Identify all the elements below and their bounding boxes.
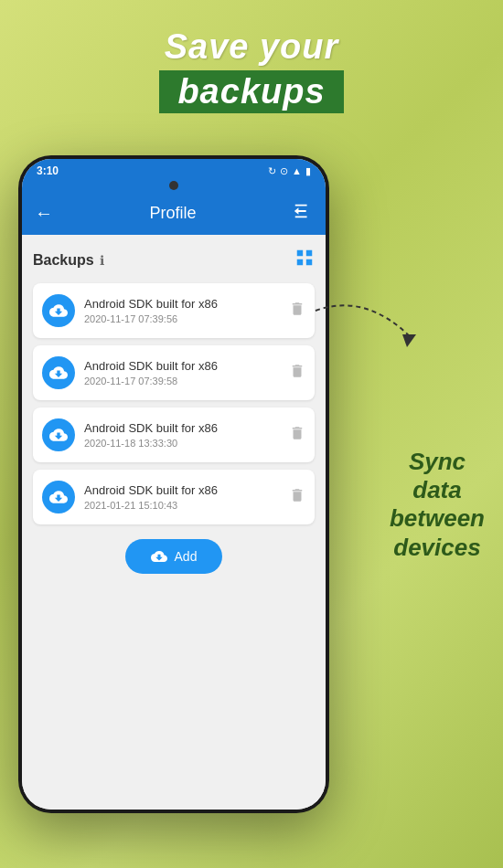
backup-cloud-icon-1 [42, 294, 75, 327]
backup-name-4: Android SDK built for x86 [84, 483, 280, 499]
sync-line4: devices [393, 534, 480, 561]
phone-frame: 3:10 ↻ ⊙ ▲ ▮ ← Profile [18, 155, 329, 813]
info-icon[interactable]: ℹ [100, 253, 104, 268]
backup-date-1: 2020-11-17 07:39:56 [84, 313, 280, 324]
backup-cloud-icon-3 [42, 418, 75, 451]
backup-cloud-icon-4 [42, 481, 75, 513]
notch-area [22, 181, 326, 192]
app-bar-title: Profile [149, 204, 196, 223]
headline-line2: backups [159, 70, 343, 113]
headline-line1: Save your [165, 27, 339, 67]
sync-line1: Sync [409, 448, 466, 475]
backup-cloud-icon-2 [42, 356, 75, 389]
phone-screen: 3:10 ↻ ⊙ ▲ ▮ ← Profile [22, 159, 326, 810]
svg-marker-0 [402, 334, 416, 347]
rotate-icon: ↻ [268, 165, 276, 177]
backup-list: Android SDK built for x86 2020-11-17 07:… [33, 283, 315, 524]
backups-title-row: Backups ℹ [33, 252, 104, 269]
backup-name-2: Android SDK built for x86 [84, 359, 280, 375]
add-button-label: Add [175, 549, 198, 564]
sync-text: Sync data between devices [390, 448, 485, 562]
app-bar: ← Profile [22, 192, 326, 235]
camera-dot [169, 181, 178, 190]
back-button[interactable]: ← [35, 203, 53, 224]
status-time: 3:10 [37, 164, 59, 177]
content-area: Backups ℹ Android SDK built for x86 [22, 235, 326, 810]
status-bar: 3:10 ↻ ⊙ ▲ ▮ [22, 159, 326, 181]
headline-container: Save your backups [0, 27, 503, 113]
battery-icon: ▮ [305, 165, 311, 177]
backup-info-3: Android SDK built for x86 2020-11-18 13:… [84, 421, 280, 450]
backup-date-4: 2021-01-21 15:10:43 [84, 500, 280, 511]
delete-button-4[interactable] [289, 487, 305, 508]
sync-line2: data [412, 476, 461, 503]
backup-name-1: Android SDK built for x86 [84, 297, 280, 312]
backup-date-3: 2020-11-18 13:33:30 [84, 438, 280, 449]
backup-item: Android SDK built for x86 2021-01-21 15:… [33, 470, 315, 524]
wifi-icon: ⊙ [280, 165, 288, 177]
backup-info-4: Android SDK built for x86 2021-01-21 15:… [84, 483, 280, 512]
backups-title: Backups [33, 252, 94, 269]
backup-item: Android SDK built for x86 2020-11-18 13:… [33, 408, 315, 462]
add-backup-button[interactable]: Add [125, 539, 223, 574]
sync-text-container: Sync data between devices [390, 448, 485, 562]
delete-button-1[interactable] [289, 301, 305, 322]
backups-header: Backups ℹ [33, 248, 315, 272]
add-button-container: Add [33, 539, 315, 574]
signal-icon: ▲ [292, 165, 302, 176]
backup-info-2: Android SDK built for x86 2020-11-17 07:… [84, 359, 280, 387]
delete-button-3[interactable] [289, 425, 305, 446]
backup-item: Android SDK built for x86 2020-11-17 07:… [33, 283, 315, 338]
delete-button-2[interactable] [289, 363, 305, 384]
backup-item: Android SDK built for x86 2020-11-17 07:… [33, 345, 315, 400]
logout-icon[interactable] [293, 201, 313, 226]
backup-date-2: 2020-11-17 07:39:58 [84, 376, 280, 386]
status-icons: ↻ ⊙ ▲ ▮ [268, 165, 311, 177]
backup-name-3: Android SDK built for x86 [84, 421, 280, 437]
grid-view-icon[interactable] [294, 248, 315, 272]
backup-info-1: Android SDK built for x86 2020-11-17 07:… [84, 297, 280, 325]
dashed-arrow-annotation [311, 302, 421, 378]
sync-line3: between [390, 504, 485, 532]
